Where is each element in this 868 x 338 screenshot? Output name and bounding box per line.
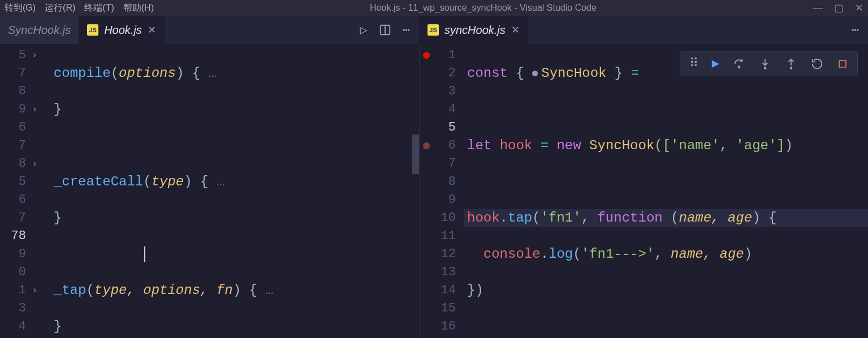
tab-label: Hook.js bbox=[104, 24, 142, 37]
more-icon[interactable]: ⋯ bbox=[403, 23, 410, 38]
line-number[interactable]: 7 bbox=[420, 155, 464, 173]
svg-point-4 bbox=[765, 67, 766, 68]
line-number[interactable]: 2 bbox=[420, 64, 464, 83]
line-number[interactable]: 0 bbox=[0, 263, 34, 281]
line-number[interactable]: 12 bbox=[420, 245, 464, 263]
menu-help[interactable]: 帮助(H) bbox=[123, 2, 154, 14]
line-number[interactable]: 4 bbox=[420, 101, 464, 119]
menubar: 转到(G) 运行(R) 终端(T) 帮助(H) bbox=[5, 2, 154, 14]
stop-icon[interactable] bbox=[837, 58, 848, 70]
tab-synchook[interactable]: SyncHook.js bbox=[0, 16, 79, 44]
minimize-icon[interactable]: ― bbox=[813, 2, 823, 14]
line-number[interactable]: 9 bbox=[420, 191, 464, 209]
svg-point-6 bbox=[791, 67, 792, 68]
line-number[interactable]: 15 bbox=[420, 300, 464, 318]
window-title: Hook.js - 11_wp_source_syncHook - Visual… bbox=[154, 3, 813, 13]
js-file-icon: JS bbox=[87, 24, 98, 36]
tab-label: SyncHook.js bbox=[8, 24, 71, 37]
svg-point-2 bbox=[739, 66, 740, 68]
line-number[interactable]: 6 bbox=[0, 119, 34, 137]
code-area-right[interactable]: const { SyncHook } = let hook = new Sync… bbox=[464, 44, 868, 338]
line-number[interactable]: 9› bbox=[0, 101, 34, 119]
debug-toolbar[interactable]: ⠿ ▶ bbox=[680, 51, 858, 76]
window-controls: ― ▢ ✕ bbox=[813, 2, 863, 14]
js-file-icon: JS bbox=[427, 24, 439, 36]
line-number[interactable]: 6 bbox=[420, 137, 464, 155]
more-icon[interactable]: ⋯ bbox=[852, 23, 859, 38]
line-number[interactable]: 5› bbox=[0, 46, 34, 64]
line-number[interactable]: 78 bbox=[0, 227, 34, 245]
tabbar-left: SyncHook.js JS Hook.js ✕ ▷ ⋯ bbox=[0, 16, 420, 44]
run-icon[interactable]: ▷ bbox=[360, 23, 368, 38]
line-number[interactable]: 3 bbox=[0, 300, 34, 318]
line-number[interactable]: 11 bbox=[420, 227, 464, 245]
scrollbar-thumb[interactable] bbox=[412, 135, 419, 174]
maximize-icon[interactable]: ▢ bbox=[834, 2, 844, 14]
line-number[interactable]: 5 bbox=[0, 173, 34, 191]
line-number[interactable]: 1› bbox=[0, 281, 34, 300]
tabbar-row: SyncHook.js JS Hook.js ✕ ▷ ⋯ JS syncHook… bbox=[0, 16, 868, 44]
line-number[interactable]: 14 bbox=[420, 281, 464, 300]
tab-hook[interactable]: JS Hook.js ✕ bbox=[79, 16, 165, 44]
step-over-icon[interactable] bbox=[733, 58, 745, 70]
tab-label: syncHook.js bbox=[444, 24, 506, 37]
svg-rect-7 bbox=[839, 60, 846, 67]
gutter-right: 1 2 3 4 5 6 7 8 9 10 11 12 13 14 15 16 bbox=[420, 44, 464, 338]
line-number[interactable]: 3 bbox=[420, 83, 464, 101]
breakpoint-icon[interactable] bbox=[423, 52, 430, 59]
step-out-icon[interactable] bbox=[785, 58, 797, 70]
tab-close-icon[interactable]: ✕ bbox=[511, 24, 520, 36]
gutter-left: 5› 7 8 9› 6 7 8› 5 6 7 78 9 0 1› 3 4 5 bbox=[0, 44, 34, 338]
text-cursor bbox=[144, 246, 145, 262]
line-number[interactable]: 5 bbox=[420, 119, 464, 137]
line-number[interactable]: 13 bbox=[420, 263, 464, 281]
tab-synchook-right[interactable]: JS syncHook.js ✕ bbox=[420, 16, 528, 44]
close-icon[interactable]: ✕ bbox=[855, 2, 863, 14]
editor-actions-right: ⋯ bbox=[843, 16, 868, 44]
editor-split: 5› 7 8 9› 6 7 8› 5 6 7 78 9 0 1› 3 4 5 c… bbox=[0, 44, 868, 338]
split-icon[interactable] bbox=[379, 24, 391, 36]
drag-handle-icon[interactable]: ⠿ bbox=[689, 56, 698, 71]
tab-close-icon[interactable]: ✕ bbox=[148, 24, 156, 36]
line-number[interactable]: 8› bbox=[0, 155, 34, 173]
tabbar-right: JS syncHook.js ✕ ⋯ bbox=[420, 16, 868, 44]
editor-actions-left: ▷ ⋯ bbox=[351, 16, 420, 44]
continue-icon[interactable]: ▶ bbox=[712, 56, 719, 71]
line-number[interactable]: 7 bbox=[0, 137, 34, 155]
menu-terminal[interactable]: 终端(T) bbox=[84, 2, 114, 14]
step-into-icon[interactable] bbox=[759, 58, 771, 70]
line-number[interactable]: 1 bbox=[420, 46, 464, 64]
line-number[interactable]: 16 bbox=[420, 318, 464, 336]
line-number[interactable]: 10 bbox=[420, 209, 464, 227]
line-number[interactable]: 5 bbox=[0, 336, 34, 338]
editor-pane-left: 5› 7 8 9› 6 7 8› 5 6 7 78 9 0 1› 3 4 5 c… bbox=[0, 44, 420, 338]
restart-icon[interactable] bbox=[811, 58, 823, 70]
line-number[interactable]: 8 bbox=[0, 83, 34, 101]
menu-goto[interactable]: 转到(G) bbox=[5, 2, 36, 14]
menu-run[interactable]: 运行(R) bbox=[45, 2, 75, 14]
titlebar: 转到(G) 运行(R) 终端(T) 帮助(H) Hook.js - 11_wp_… bbox=[0, 0, 868, 16]
breakpoint-icon[interactable] bbox=[423, 142, 430, 149]
line-number[interactable]: 9 bbox=[0, 245, 34, 263]
code-area-left[interactable]: compile(options) { … } _createCall(type)… bbox=[34, 44, 419, 338]
line-number[interactable]: 6 bbox=[0, 191, 34, 209]
line-number[interactable]: 7 bbox=[0, 64, 34, 83]
line-number[interactable]: 7 bbox=[0, 209, 34, 227]
editor-pane-right: 1 2 3 4 5 6 7 8 9 10 11 12 13 14 15 16 c… bbox=[420, 44, 868, 338]
line-number[interactable]: 8 bbox=[420, 173, 464, 191]
line-number[interactable]: 4 bbox=[0, 318, 34, 336]
